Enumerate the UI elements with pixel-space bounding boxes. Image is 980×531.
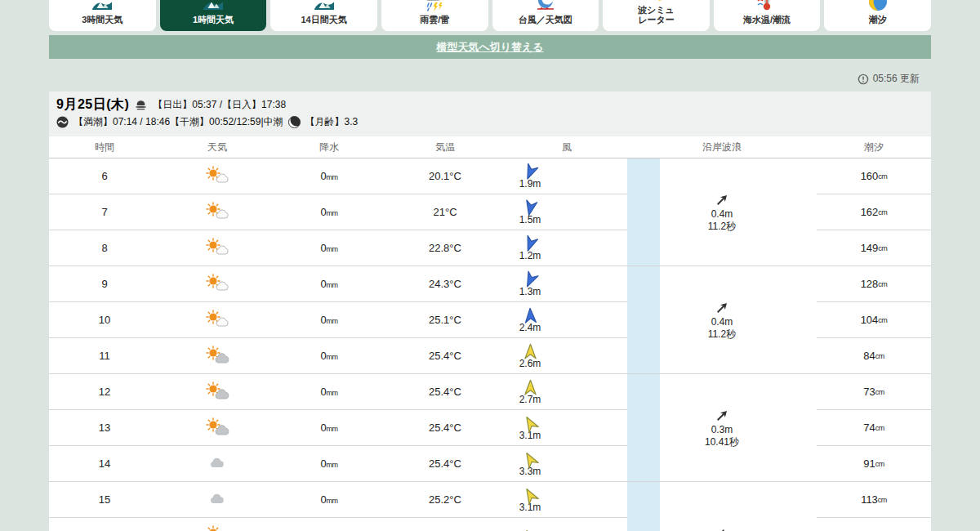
tab-6[interactable]: 波シミュ レーター (603, 0, 710, 31)
wind-cell: 1.9m (506, 163, 627, 190)
column-header: 潮汐 (817, 141, 931, 154)
wind-cell: 3.3m (506, 451, 627, 477)
tab-3[interactable]: 14日間天気 (270, 0, 377, 31)
sunrise-icon (134, 99, 148, 111)
sun-cloud-icon (205, 238, 229, 259)
sun-graycloud-icon (205, 417, 229, 439)
weather-cell (160, 238, 274, 259)
cloud-icon (205, 453, 229, 475)
logo-icon (314, 0, 335, 12)
tab-4[interactable]: 雨雲/雷 (381, 0, 488, 31)
tide-cell: 149cm (817, 230, 931, 266)
sun-cloud-icon (205, 274, 229, 295)
weather-cell (160, 525, 274, 531)
hour-cell: 7 (49, 206, 160, 218)
sun-graycloud-icon (205, 346, 229, 367)
hour-cell: 8 (49, 242, 160, 254)
wind-direction-arrow-icon (520, 198, 541, 218)
sea-temp-icon (756, 0, 777, 12)
temp-cell: 25.4°C (384, 350, 506, 362)
rain-cell: 0mm (274, 457, 384, 470)
hour-cell: 15 (49, 493, 160, 506)
tide-cell: 162cm (817, 194, 931, 230)
tab-2[interactable]: 1時間天気 (160, 0, 267, 31)
wind-cell (506, 529, 627, 531)
hour-cell: 12 (49, 386, 160, 398)
tide-cell: 74cm (817, 410, 931, 446)
wave-period: 11.2秒 (708, 221, 736, 233)
hourly-forecast-card: 9月25日(木) 【日出】05:37 /【日入】17:38 (49, 91, 931, 531)
rain-cell: 0mm (274, 170, 384, 182)
tide-cell: 113cm (817, 482, 931, 518)
tab-1[interactable]: 3時間天気 (49, 0, 156, 31)
temp-cell: 25.4°C (384, 422, 506, 434)
tide-cell: 104cm (817, 302, 931, 338)
wind-cell: 1.3m (506, 271, 627, 297)
cloud-icon (205, 489, 229, 511)
rain-cell: 0mm (274, 278, 384, 290)
hour-cell: 14 (49, 457, 160, 470)
weather-cell (160, 453, 274, 475)
tab-5[interactable]: 台風／天気図 (492, 0, 599, 31)
wave-icon (56, 116, 69, 128)
update-status: 05:56 更新 (49, 72, 920, 86)
clock-icon (858, 74, 869, 85)
table-row: 70mm21°C1.5m (49, 194, 627, 230)
rain-cell: 0mm (274, 386, 384, 398)
tab-label: 潮汐 (869, 15, 887, 25)
wave-sim-icon (645, 0, 666, 2)
tab-label: 雨雲/雷 (420, 15, 449, 25)
temp-cell: 25.1°C (384, 314, 506, 326)
table-row: 130mm25.4°C3.1m (49, 410, 627, 446)
sun-graycloud-icon (205, 382, 229, 403)
tide-cell: 133cm (817, 518, 931, 531)
table-body: 60mm20.1°C1.9m70mm21°C1.5m80mm22.8°C1.2m… (49, 158, 931, 531)
switch-to-horizontal-link[interactable]: 横型天気へ切り替える (436, 40, 543, 55)
weather-cell (160, 310, 274, 331)
rain-cell: 0mm (274, 206, 384, 218)
wind-cell: 2.7m (506, 379, 627, 405)
wind-cell: 1.5m (506, 199, 627, 225)
tide-cell: 91cm (817, 446, 931, 482)
logo-icon (91, 0, 113, 12)
temp-cell: 25.4°C (384, 457, 506, 470)
hour-cell: 9 (49, 278, 160, 290)
temp-cell: 24.3°C (384, 278, 506, 290)
wind-direction-arrow-icon (522, 379, 539, 396)
wind-cell: 3.1m (506, 487, 627, 513)
sun-cloud-icon (205, 525, 229, 531)
weather-cell (160, 382, 274, 403)
sun-cloud-icon (205, 202, 229, 223)
tide-cell: 73cm (817, 374, 931, 410)
table-row: 110mm25.4°C2.6m (49, 338, 627, 374)
tab-8[interactable]: 潮汐 (824, 0, 931, 31)
wave-cell: 0.3m10.41秒 (627, 374, 817, 482)
tide-cell: 160cm (817, 158, 931, 194)
tide-cell: 128cm (817, 266, 931, 302)
rain-cell: 0mm (274, 422, 384, 434)
date-label: 9月25日(木) (56, 96, 129, 114)
table-row: 100mm25.1°C2.4m (49, 302, 627, 338)
wind-cell: 1.2m (506, 235, 627, 261)
rain-cell: 0mm (274, 350, 384, 362)
rain-cell: 0mm (274, 242, 384, 254)
sun-cloud-icon (205, 310, 229, 331)
table-row: 150mm25.2°C3.1m (49, 482, 627, 518)
weather-cell (160, 166, 274, 187)
column-header: 時間 (49, 141, 160, 154)
tab-7[interactable]: 海水温/潮流 (714, 0, 821, 31)
wave-cell: 0.4m11.2秒 (627, 266, 817, 374)
column-header: 沿岸波浪 (627, 141, 817, 154)
moon-icon (288, 116, 301, 128)
layout-switch-banner: 横型天気へ切り替える (49, 35, 931, 59)
temp-cell: 25.4°C (384, 386, 506, 398)
temp-cell: 20.1°C (384, 170, 506, 182)
wave-cell (627, 482, 817, 531)
hour-cell: 11 (49, 350, 160, 362)
hour-cell: 6 (49, 170, 160, 182)
wind-cell: 2.4m (506, 307, 627, 333)
weather-cell (160, 346, 274, 367)
wind-cell: 2.6m (506, 343, 627, 369)
table-row: 140mm25.4°C3.3m (49, 446, 627, 482)
typhoon-icon (535, 0, 556, 12)
